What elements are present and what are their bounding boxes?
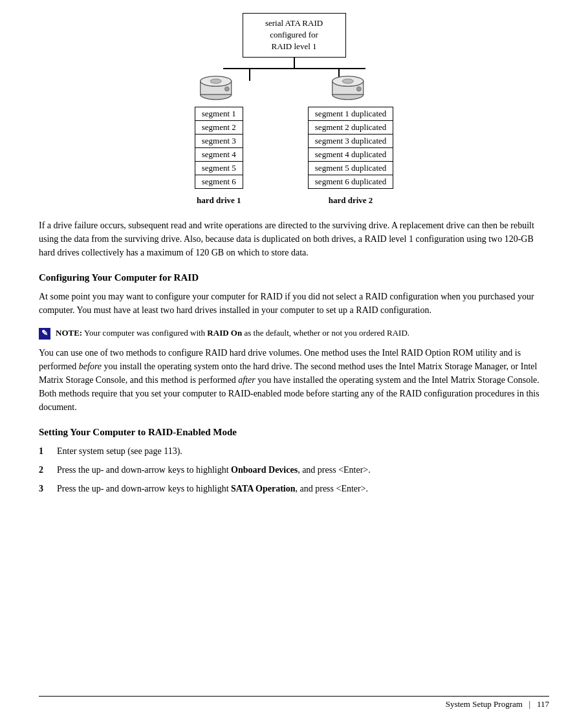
segment-cell: segment 1 duplicated (308, 107, 393, 120)
list-item: 2 Press the up- and down-arrow keys to h… (39, 463, 549, 477)
segment-cell: segment 5 (195, 161, 243, 175)
segment-cell: segment 3 duplicated (308, 134, 393, 147)
note-text: NOTE: Your computer was configured with … (56, 327, 409, 339)
intro-paragraph: If a drive failure occurs, subsequent re… (39, 219, 549, 259)
drive1-segments-table: segment 1 segment 2 segment 3 segment 4 … (195, 107, 243, 189)
segment-cell: segment 5 duplicated (308, 161, 393, 175)
page-footer: System Setup Program | 117 (446, 699, 549, 709)
raid-box: serial ATA RAIDconfigured forRAID level … (243, 13, 346, 58)
table-row: segment 1 duplicated (308, 107, 393, 120)
segment-cell: segment 1 (195, 107, 243, 120)
table-row: segment 6 (195, 175, 243, 188)
table-row: segment 1 (195, 107, 243, 120)
content-body: If a drive failure occurs, subsequent re… (39, 219, 549, 495)
drive1-label: hard drive 1 (197, 195, 241, 206)
diagram-section: serial ATA RAIDconfigured forRAID level … (39, 13, 549, 206)
step-content: Press the up- and down-arrow keys to hig… (57, 463, 549, 477)
segment-cell: segment 3 (195, 134, 243, 147)
bold-term: SATA Operation (231, 484, 295, 493)
table-row: segment 5 duplicated (308, 161, 393, 175)
note-label: NOTE: (56, 328, 82, 338)
drive2-column: segment 1 duplicated segment 2 duplicate… (308, 69, 393, 206)
footer-page-number: 117 (537, 699, 549, 709)
footer-divider (39, 696, 549, 697)
section2-heading: Setting Your Computer to RAID-Enabled Mo… (39, 427, 549, 438)
step-number: 2 (39, 463, 49, 477)
segment-cell: segment 6 duplicated (308, 175, 393, 188)
section1-p1: At some point you may want to configure … (39, 290, 549, 317)
drive2-label: hard drive 2 (329, 195, 373, 206)
segment-cell: segment 2 (195, 120, 243, 134)
segment-cell: segment 4 (195, 147, 243, 161)
section1-heading: Configuring Your Computer for RAID (39, 272, 549, 283)
table-row: segment 3 (195, 134, 243, 147)
note-content2: as the default, whether or not you order… (242, 328, 409, 338)
table-row: segment 4 (195, 147, 243, 161)
table-row: segment 4 duplicated (308, 147, 393, 161)
segment-cell: segment 6 (195, 175, 243, 188)
bold-term: Onboard Devices (231, 465, 298, 475)
step-content: Enter system setup (see page 113). (57, 444, 549, 458)
drive1-column: segment 1 segment 2 segment 3 segment 4 … (195, 69, 243, 206)
list-item: 3 Press the up- and down-arrow keys to h… (39, 482, 549, 495)
step-number: 3 (39, 482, 49, 495)
note-icon: ✎ (39, 328, 50, 340)
footer-program-text: System Setup Program (446, 699, 523, 709)
vertical-connector-top (294, 58, 295, 68)
table-row: segment 2 duplicated (308, 120, 393, 134)
step-content: Press the up- and down-arrow keys to hig… (57, 482, 549, 495)
table-row: segment 2 (195, 120, 243, 134)
segment-cell: segment 4 duplicated (308, 147, 393, 161)
note-box: ✎ NOTE: Your computer was configured wit… (39, 327, 549, 340)
svg-point-9 (356, 87, 361, 91)
list-item: 1 Enter system setup (see page 113). (39, 444, 549, 458)
footer-separator: | (525, 699, 537, 709)
p2-italic2: after (238, 375, 255, 385)
table-row: segment 6 duplicated (308, 175, 393, 188)
svg-point-4 (225, 87, 230, 91)
drive1-icon (199, 69, 238, 102)
svg-point-3 (210, 79, 221, 83)
drive2-icon (331, 69, 370, 102)
page: serial ATA RAIDconfigured forRAID level … (0, 0, 588, 725)
p2-italic1: before (79, 362, 102, 371)
table-row: segment 5 (195, 161, 243, 175)
drive2-segments-table: segment 1 duplicated segment 2 duplicate… (308, 107, 393, 189)
segment-cell: segment 2 duplicated (308, 120, 393, 134)
table-row: segment 3 duplicated (308, 134, 393, 147)
note-bold: RAID On (207, 328, 242, 338)
step-number: 1 (39, 444, 49, 458)
branch-left (249, 68, 250, 81)
note-content: Your computer was configured with (84, 328, 207, 338)
steps-list: 1 Enter system setup (see page 113). 2 P… (39, 444, 549, 495)
section1-p2: You can use one of two methods to config… (39, 346, 549, 414)
drives-container: segment 1 segment 2 segment 3 segment 4 … (195, 69, 394, 206)
svg-point-8 (342, 79, 353, 83)
